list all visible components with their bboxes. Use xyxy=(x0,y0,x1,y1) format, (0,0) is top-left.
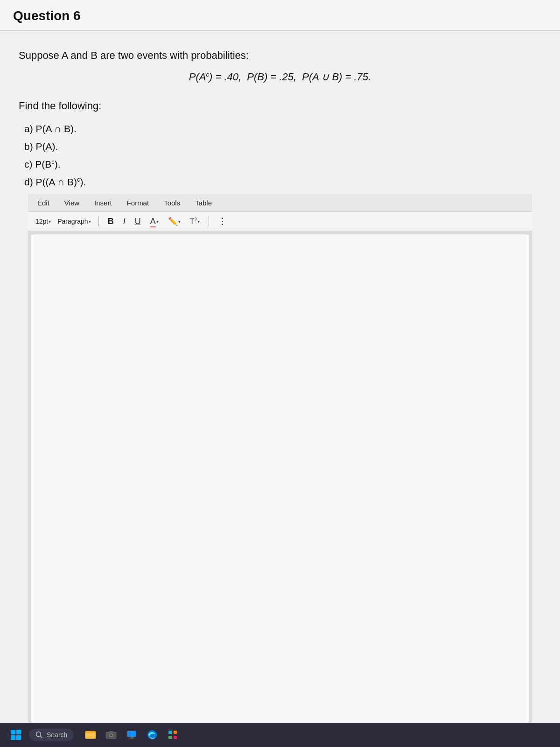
editor-wrapper: Edit View Insert Format Tools Table 12pt… xyxy=(28,194,532,738)
menu-bar: Edit View Insert Format Tools Table xyxy=(28,194,532,212)
taskbar-search[interactable]: Search xyxy=(29,729,74,741)
superscript-selector[interactable]: T2 ▾ xyxy=(187,216,203,227)
font-color-A: A xyxy=(150,217,156,226)
editor-canvas[interactable] xyxy=(31,234,529,735)
italic-button[interactable]: I xyxy=(120,215,129,228)
toolbar-divider-2 xyxy=(209,216,209,226)
svg-rect-15 xyxy=(174,731,177,734)
search-icon xyxy=(35,731,43,739)
font-color-selector[interactable]: A ▾ xyxy=(147,215,162,228)
menu-tools[interactable]: Tools xyxy=(162,198,182,208)
probability-formula: P(Ac) = .40, P(B) = .25, P(A ∪ B) = .75. xyxy=(19,71,541,83)
menu-table[interactable]: Table xyxy=(193,198,214,208)
sub-question-c: c) P(Bc). xyxy=(19,159,541,170)
svg-rect-4 xyxy=(85,731,90,733)
menu-view[interactable]: View xyxy=(63,198,81,208)
svg-rect-16 xyxy=(168,736,172,739)
superscript-chevron: ▾ xyxy=(197,219,200,224)
svg-rect-12 xyxy=(129,738,134,739)
highlight-icon: ✏️ xyxy=(168,217,178,226)
underline-label: U xyxy=(135,217,141,226)
sub-question-d: d) P((A ∩ B)c). xyxy=(19,176,541,188)
font-size-chevron: ▾ xyxy=(49,219,51,224)
superscript-label: T2 xyxy=(190,217,197,226)
question-header: Question 6 xyxy=(0,0,560,31)
taskbar-search-text: Search xyxy=(47,731,67,739)
font-size-value: 12pt xyxy=(35,218,48,225)
svg-rect-17 xyxy=(174,736,177,739)
problem-intro: Suppose A and B are two events with prob… xyxy=(19,49,541,62)
main-content: Question 6 Suppose A and B are two event… xyxy=(0,0,560,747)
sub-question-b: b) P(A). xyxy=(19,141,541,152)
question-title: Question 6 xyxy=(13,8,81,23)
svg-rect-14 xyxy=(168,731,172,734)
paragraph-selector[interactable]: Paragraph ▾ xyxy=(56,217,92,226)
grid-taskbar-icon[interactable] xyxy=(165,727,180,742)
edge-taskbar-icon[interactable] xyxy=(145,727,160,742)
find-following-label: Find the following: xyxy=(19,100,541,112)
paragraph-label: Paragraph xyxy=(57,218,88,225)
menu-edit[interactable]: Edit xyxy=(35,198,51,208)
menu-insert[interactable]: Insert xyxy=(92,198,114,208)
svg-rect-11 xyxy=(130,737,133,738)
more-dots-icon: ⋮ xyxy=(218,216,227,226)
taskbar-icons xyxy=(83,727,180,742)
svg-rect-10 xyxy=(127,731,136,737)
start-button[interactable] xyxy=(7,726,24,743)
toolbar-divider-1 xyxy=(98,216,99,226)
toolbar: 12pt ▾ Paragraph ▾ B I U xyxy=(28,212,532,231)
highlight-chevron: ▾ xyxy=(178,219,181,224)
paragraph-chevron: ▾ xyxy=(89,219,91,224)
svg-line-1 xyxy=(41,736,42,738)
font-color-chevron: ▾ xyxy=(156,219,159,224)
file-manager-taskbar-icon[interactable] xyxy=(83,727,98,742)
menu-format[interactable]: Format xyxy=(125,198,151,208)
font-size-selector[interactable]: 12pt ▾ xyxy=(34,217,53,226)
taskbar: Search xyxy=(0,723,560,747)
camera-taskbar-icon[interactable] xyxy=(104,727,119,742)
windows-icon xyxy=(11,730,21,740)
bold-label: B xyxy=(108,217,114,226)
svg-point-7 xyxy=(110,734,112,737)
monitor-taskbar-icon[interactable] xyxy=(124,727,139,742)
more-options-button[interactable]: ⋮ xyxy=(215,215,230,228)
svg-rect-8 xyxy=(109,731,113,733)
svg-rect-3 xyxy=(85,733,96,739)
underline-button[interactable]: U xyxy=(132,215,144,228)
italic-label: I xyxy=(123,217,126,226)
highlight-selector[interactable]: ✏️ ▾ xyxy=(165,215,184,228)
bold-button[interactable]: B xyxy=(105,215,117,228)
question-body: Suppose A and B are two events with prob… xyxy=(0,31,560,747)
sub-question-a: a) P(A ∩ B). xyxy=(19,123,541,134)
